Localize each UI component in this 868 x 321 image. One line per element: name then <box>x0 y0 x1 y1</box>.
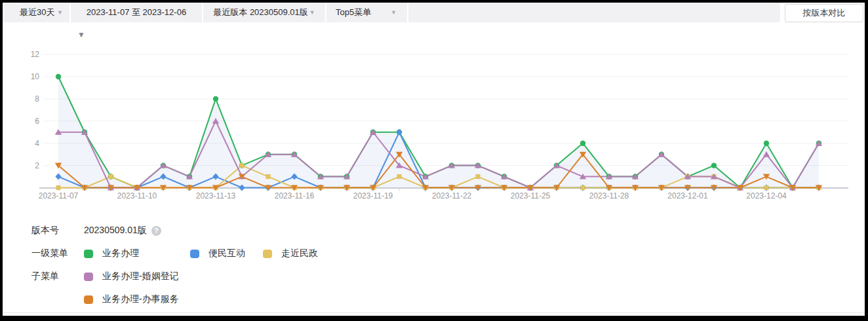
version-filter-label: 最近版本 20230509.01版 <box>213 7 308 18</box>
submenu-legend-row: 子菜单 业务办理-婚姻登记 <box>31 270 179 283</box>
submenu-legend-row-2: 业务办理-办事服务 <box>31 293 179 306</box>
frame-edge <box>0 0 868 3</box>
svg-text:2023-12-04: 2023-12-04 <box>746 191 787 200</box>
top5-menu-filter[interactable]: Top5菜单 ▼ <box>326 3 408 22</box>
svg-text:4: 4 <box>35 139 39 148</box>
caret-down-icon: ▼ <box>391 10 397 16</box>
svg-text:2023-11-28: 2023-11-28 <box>589 191 629 200</box>
svg-text:2023-11-19: 2023-11-19 <box>353 191 393 200</box>
date-range-preset-label: 最近30天 <box>20 7 54 18</box>
legend-item[interactable]: 业务办理 <box>84 248 139 259</box>
svg-text:2023-12-01: 2023-12-01 <box>667 191 708 200</box>
version-value: 20230509.01版 <box>84 225 147 236</box>
level1-legend-label: 一级菜单 <box>31 248 84 259</box>
frame-edge <box>0 0 3 321</box>
level1-legend-row: 一级菜单 业务办理 便民互动 走近民政 <box>31 247 318 260</box>
svg-text:12: 12 <box>31 50 40 59</box>
open-dropdown-indicator-icon: ▼ <box>77 31 85 39</box>
submenu-legend-label: 子菜单 <box>31 271 84 282</box>
version-filter[interactable]: 最近版本 20230509.01版 ▼ <box>203 3 326 22</box>
legend-item-label: 业务办理-办事服务 <box>102 293 179 305</box>
frame-edge <box>0 316 868 321</box>
date-range-filter[interactable]: 2023-11-07 至 2023-12-06 <box>71 3 203 22</box>
legend-swatch-yellow <box>263 250 272 258</box>
filter-toolbar: 最近30天 ▼ 2023-11-07 至 2023-12-06 最近版本 202… <box>3 3 780 22</box>
version-row-label: 版本号 <box>31 225 84 236</box>
svg-text:2023-11-22: 2023-11-22 <box>432 191 472 200</box>
legend-swatch-blue <box>190 250 199 258</box>
legend-item[interactable]: 便民互动 <box>190 248 245 259</box>
legend-swatch-orange <box>84 295 93 304</box>
top5-menu-label: Top5菜单 <box>336 7 371 18</box>
legend-item-label: 便民互动 <box>208 248 245 259</box>
svg-text:10: 10 <box>31 72 40 81</box>
legend-item-label: 走近民政 <box>281 248 318 259</box>
help-icon[interactable]: ? <box>151 226 161 236</box>
svg-text:2023-11-13: 2023-11-13 <box>196 191 236 200</box>
menu-usage-line-chart: 246810122023-11-072023-11-102023-11-1320… <box>0 0 868 216</box>
dashboard-panel: 246810122023-11-072023-11-102023-11-1320… <box>0 0 868 321</box>
date-range-value: 2023-11-07 至 2023-12-06 <box>87 7 186 18</box>
compare-by-version-button[interactable]: 按版本对比 <box>785 4 863 22</box>
version-row: 版本号 20230509.01版 ? <box>31 224 161 237</box>
svg-text:8: 8 <box>35 94 39 104</box>
svg-text:2023-11-07: 2023-11-07 <box>39 191 79 200</box>
legend-item[interactable]: 业务办理-婚姻登记 <box>84 271 179 282</box>
legend-item-label: 业务办理 <box>102 248 139 259</box>
bottom-divider <box>3 312 865 313</box>
legend-item[interactable]: 走近民政 <box>263 248 318 259</box>
toolbar-filler <box>408 3 780 22</box>
caret-down-icon: ▼ <box>309 10 315 16</box>
svg-text:2023-11-25: 2023-11-25 <box>511 191 551 200</box>
legend-swatch-purple <box>84 273 93 281</box>
frame-edge <box>865 0 868 321</box>
legend-item[interactable]: 业务办理-办事服务 <box>84 293 179 305</box>
legend-swatch-green <box>84 250 93 258</box>
svg-text:2023-11-16: 2023-11-16 <box>275 191 315 200</box>
svg-text:2: 2 <box>35 161 39 170</box>
legend-item-label: 业务办理-婚姻登记 <box>102 271 179 282</box>
date-range-preset-filter[interactable]: 最近30天 ▼ <box>3 3 71 22</box>
svg-text:6: 6 <box>35 117 39 126</box>
caret-down-icon: ▼ <box>57 10 63 16</box>
svg-text:2023-11-10: 2023-11-10 <box>117 191 157 200</box>
